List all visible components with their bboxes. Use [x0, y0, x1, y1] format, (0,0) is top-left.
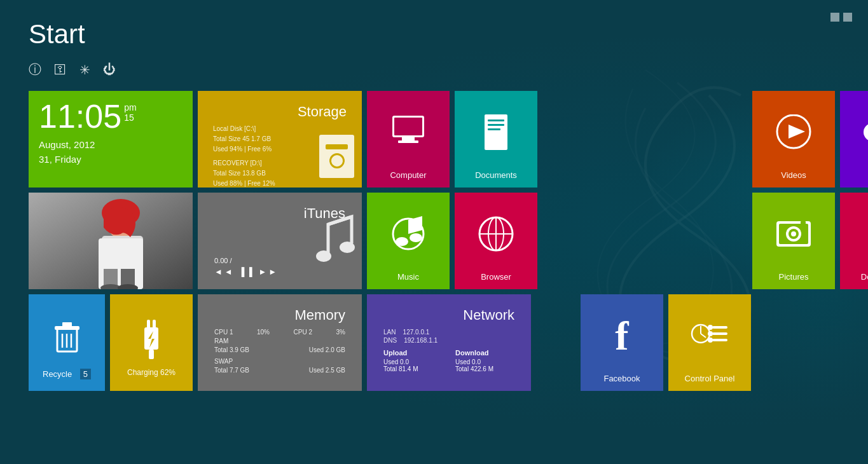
svg-point-63: [708, 331, 713, 336]
cpu2-val: 3%: [336, 329, 345, 336]
tile-documents[interactable]: Documents: [455, 91, 537, 188]
cpu2-label: CPU 2: [294, 329, 312, 336]
clock-hours: 11:05: [39, 100, 121, 133]
lan-val: 127.0.0.1: [403, 329, 430, 336]
header-icons: ⓘ ⚿ ✳ ⏻: [29, 61, 839, 78]
clock-date: August, 2012 31, Friday: [39, 138, 183, 167]
tile-videos[interactable]: Videos: [752, 91, 835, 188]
tile-music[interactable]: Music: [367, 193, 450, 289]
svg-rect-1: [394, 118, 422, 135]
photo-image: [29, 193, 193, 289]
upload-label: Upload: [383, 349, 443, 357]
svg-rect-3: [398, 140, 418, 143]
recycle-label: Recycle: [43, 369, 72, 379]
dns-label: DNS: [383, 337, 397, 344]
svg-rect-48: [62, 322, 72, 327]
svg-marker-9: [789, 125, 805, 139]
storage-hdd-icon: [319, 135, 354, 178]
network-lan: LAN 127.0.0.1: [383, 329, 514, 336]
tile-storage[interactable]: Storage Local Disk [C:\] Total Size 45 1…: [198, 91, 362, 188]
tile-computer[interactable]: Computer: [367, 91, 450, 188]
settings-icon[interactable]: ✳: [79, 62, 90, 78]
download-label: Download: [455, 349, 514, 357]
documents-label: Documents: [472, 170, 520, 181]
swap-used: Used 2.5 GB: [309, 367, 345, 374]
tile-network[interactable]: Network LAN 127.0.0.1 DNS 192.168.1.1 Up…: [367, 294, 531, 391]
memory-cpu-row: CPU 1 10% CPU 2 3%: [214, 329, 345, 336]
svg-point-41: [791, 231, 796, 236]
svg-rect-42: [801, 221, 806, 224]
clock-date-line2: 31, Friday: [39, 153, 183, 167]
tile-facebook[interactable]: f Facebook: [581, 294, 663, 391]
svg-point-28: [316, 250, 331, 262]
swap-label: SWAP: [214, 358, 233, 365]
swap-total: Total 7.7 GB: [214, 367, 249, 374]
tile-charging[interactable]: Charging 62%: [110, 294, 193, 391]
music-icon: [389, 199, 427, 268]
info-icon[interactable]: ⓘ: [29, 61, 41, 78]
memory-swap-vals: Total 7.7 GB Used 2.5 GB: [214, 367, 345, 374]
tile-photo[interactable]: [29, 193, 193, 289]
svg-point-61: [708, 325, 713, 330]
charging-label: Charging 62%: [124, 368, 179, 379]
tile-recycle[interactable]: Recycle 5: [29, 294, 105, 391]
tile-pictures[interactable]: Pictures: [752, 193, 835, 289]
controlpanel-label: Control Panel: [682, 374, 738, 385]
tile-controlpanel[interactable]: Control Panel: [668, 294, 751, 391]
svg-rect-7: [488, 128, 500, 130]
svg-point-32: [410, 233, 422, 242]
page-title: Start: [29, 19, 839, 50]
cpu1-label: CPU 1: [214, 329, 233, 336]
games-icon: [861, 97, 868, 167]
svg-rect-5: [488, 119, 504, 121]
recycle-icon: [43, 306, 91, 369]
tile-games[interactable]: Games: [840, 91, 868, 188]
recycle-count: 5: [80, 369, 91, 379]
network-cols: Upload Used 0.0 Total 81.4 M Download Us…: [383, 349, 514, 372]
maximize-button[interactable]: [843, 13, 852, 22]
svg-point-65: [708, 338, 713, 343]
svg-rect-54: [153, 320, 156, 330]
memory-swap-label: SWAP: [214, 358, 345, 365]
tile-row-2: iTunes 0.00 / ◄◄ ▐▐ ►►: [29, 193, 839, 289]
svg-rect-53: [147, 320, 150, 330]
network-dns: DNS 192.168.1.1: [383, 337, 514, 344]
download-used: Used 0.0: [455, 358, 514, 365]
network-title: Network: [383, 307, 514, 324]
clock-ampm: pm: [124, 102, 136, 113]
upload-total: Total 81.4 M: [383, 365, 443, 372]
lan-label: LAN: [383, 329, 396, 336]
computer-label: Computer: [387, 170, 429, 181]
documents-icon: [483, 97, 509, 167]
music-note-icon: [312, 212, 357, 269]
upload-used: Used 0.0: [383, 358, 443, 365]
videos-icon: [775, 97, 813, 167]
cpu1-val: 10%: [257, 329, 270, 336]
search-icon[interactable]: ⚿: [54, 62, 67, 77]
memory-title: Memory: [214, 307, 345, 324]
svg-line-59: [701, 334, 706, 338]
tile-downloads[interactable]: Downloads: [840, 193, 868, 289]
facebook-icon: f: [615, 301, 628, 371]
svg-rect-55: [149, 350, 154, 359]
tile-browser[interactable]: Browser: [455, 193, 537, 289]
svg-rect-64: [712, 339, 727, 341]
minimize-button[interactable]: [830, 13, 839, 22]
memory-ram-vals: Total 3.9 GB Used 2.0 GB: [214, 346, 345, 353]
svg-point-31: [396, 237, 408, 246]
clock-time-display: 11:05 pm 15: [39, 100, 183, 133]
tile-clock[interactable]: 11:05 pm 15 August, 2012 31, Friday: [29, 91, 193, 188]
tile-row-1: 11:05 pm 15 August, 2012 31, Friday Stor…: [29, 91, 839, 188]
ram-total: Total 3.9 GB: [214, 346, 249, 353]
browser-label: Browser: [478, 272, 514, 283]
tile-memory[interactable]: Memory CPU 1 10% CPU 2 3% RAM Total 3.9 …: [198, 294, 362, 391]
ram-used: Used 2.0 GB: [309, 346, 345, 353]
computer-icon: [389, 97, 427, 167]
downloads-icon: [864, 199, 869, 268]
power-icon[interactable]: ⏻: [103, 62, 116, 77]
storage-disk-d-used: Used 88% | Free 12%: [213, 179, 347, 188]
tile-itunes[interactable]: iTunes 0.00 / ◄◄ ▐▐ ►►: [198, 193, 362, 289]
svg-line-27: [328, 217, 352, 224]
storage-disk-c-label: Local Disk [C:\]: [213, 124, 347, 134]
music-label: Music: [395, 272, 422, 283]
